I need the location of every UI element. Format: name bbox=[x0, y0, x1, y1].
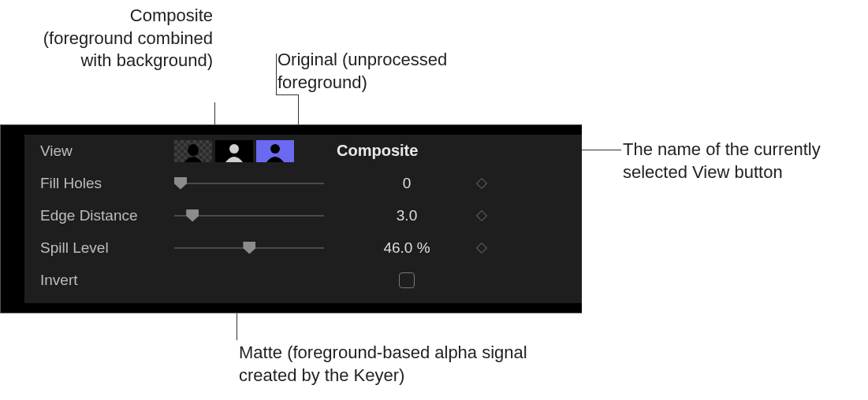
keyframe-icon bbox=[476, 178, 487, 189]
fill-holes-value[interactable]: 0 bbox=[356, 175, 458, 192]
view-matte-button[interactable] bbox=[215, 140, 253, 162]
invert-row: Invert bbox=[24, 264, 582, 296]
spill-level-slider[interactable] bbox=[174, 239, 324, 257]
view-label: View bbox=[40, 143, 174, 160]
slider-thumb[interactable] bbox=[243, 242, 255, 254]
spill-level-row: Spill Level 46.0 % bbox=[24, 231, 582, 264]
callout-original: Original (unprocessed foreground) bbox=[278, 49, 451, 94]
view-button-group bbox=[174, 140, 294, 162]
callout-matte: Matte (foreground-based alpha signal cre… bbox=[239, 342, 570, 387]
spill-level-keyframe[interactable] bbox=[458, 239, 505, 256]
edge-distance-keyframe[interactable] bbox=[458, 207, 505, 224]
fill-holes-label: Fill Holes bbox=[40, 175, 174, 192]
spill-level-value[interactable]: 46.0 % bbox=[356, 239, 458, 257]
inspector-panel-inner: View bbox=[24, 135, 582, 303]
inspector-panel: View bbox=[0, 124, 582, 313]
invert-checkbox-cell bbox=[356, 272, 458, 288]
view-selected-name: Composite bbox=[337, 142, 418, 160]
edge-distance-row: Edge Distance 3.0 bbox=[24, 199, 582, 231]
callout-view-name: The name of the currently selected View … bbox=[623, 139, 828, 183]
callout-line bbox=[276, 94, 298, 95]
slider-thumb[interactable] bbox=[186, 209, 199, 222]
invert-label: Invert bbox=[40, 272, 174, 289]
edge-distance-value[interactable]: 3.0 bbox=[356, 207, 458, 224]
slider-thumb[interactable] bbox=[174, 177, 187, 190]
view-original-button[interactable] bbox=[256, 140, 294, 162]
invert-spacer bbox=[174, 272, 324, 289]
fill-holes-row: Fill Holes 0 bbox=[24, 167, 582, 199]
fill-holes-keyframe[interactable] bbox=[458, 175, 505, 191]
edge-distance-slider[interactable] bbox=[174, 207, 324, 224]
spill-level-label: Spill Level bbox=[40, 239, 174, 257]
view-row: View bbox=[24, 135, 582, 167]
keyframe-icon bbox=[476, 210, 487, 221]
slider-track bbox=[174, 183, 324, 184]
svg-point-8 bbox=[270, 144, 280, 154]
svg-point-4 bbox=[188, 144, 198, 154]
fill-holes-slider[interactable] bbox=[174, 175, 324, 192]
invert-checkbox[interactable] bbox=[399, 272, 415, 288]
callout-line bbox=[276, 54, 277, 94]
svg-point-6 bbox=[229, 144, 239, 154]
callout-composite: Composite (foreground combined with back… bbox=[39, 5, 213, 72]
view-composite-button[interactable] bbox=[174, 140, 212, 162]
edge-distance-label: Edge Distance bbox=[40, 207, 174, 224]
keyframe-icon bbox=[476, 243, 487, 254]
